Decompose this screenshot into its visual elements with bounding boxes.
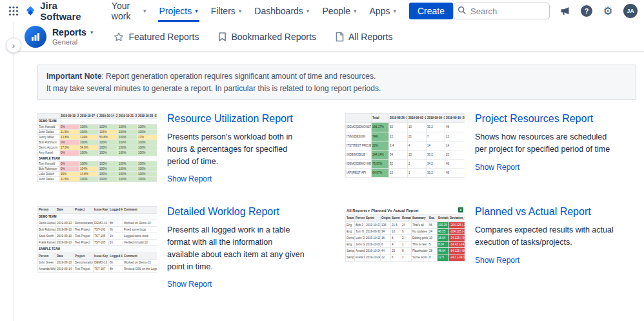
report-card-text: Project Resources Report Shows how resou… (475, 113, 614, 184)
report-thumbnail: PersonDateProjectIssue KeyLogged HoursCo… (37, 206, 157, 275)
sidebar-expand-button[interactable]: › (6, 37, 21, 53)
app-switcher-button[interactable] (5, 3, 22, 19)
tab-label: Bookmarked Reports (231, 32, 316, 42)
reports-menu-button[interactable]: Reports ▾ General (25, 26, 99, 48)
report-thumbnail-table: 2019-09-10 -2019-10-062019-10-07 -132019… (37, 113, 157, 182)
nav-label: Projects (159, 6, 192, 16)
chevron-down-icon: ▾ (307, 8, 310, 14)
report-thumbnail: All Reports ▸ Planned Vs Actual ReportXT… (345, 206, 465, 275)
search-input[interactable] (453, 3, 550, 19)
user-avatar[interactable]: JA (623, 4, 638, 18)
chevron-right-icon: › (12, 41, 15, 50)
question-mark-icon: ? (585, 7, 589, 15)
nav-label: Dashboards (254, 6, 303, 16)
report-thumbnail-table: TeamPersonSprintOriginalSpentRemainSumma… (345, 214, 465, 261)
tab-bookmarked-reports[interactable]: Bookmarked Reports (218, 32, 316, 42)
excel-export-icon: X (458, 207, 463, 212)
report-card-text: Resource Utilization Report Presents per… (167, 113, 306, 184)
global-search (453, 3, 550, 19)
report-description: Shows how resources are scheduled per pr… (475, 131, 614, 156)
report-card-detailed-worklog: PersonDateProjectIssue KeyLogged HoursCo… (37, 206, 328, 289)
show-report-link[interactable]: Show Report (167, 280, 212, 289)
report-description: Compares expected results with actual ex… (475, 224, 614, 249)
jira-home-link[interactable]: Jira Software (22, 0, 105, 22)
tab-label: All Reports (348, 32, 392, 42)
report-thumbnail-table: PersonDateProjectIssue KeyLogged HoursCo… (37, 206, 157, 273)
report-card-resource-utilization: 2019-09-10 -2019-10-062019-10-07 -132019… (37, 113, 328, 184)
tab-all-reports[interactable]: All Reports (336, 32, 392, 42)
page-column: Reports ▾ General Featured Reports (14, 22, 644, 321)
create-button[interactable]: Create (409, 3, 453, 19)
topbar-actions: ? ⚙ JA (453, 3, 638, 19)
report-cards-grid: 2019-09-10 -2019-10-062019-10-07 -132019… (37, 113, 636, 289)
report-thumbnail: 2019-09-10 -2019-10-062019-10-07 -132019… (37, 113, 157, 182)
report-thumbnail: Total2019-08-26 -2019-09-012019-09-02 -2… (345, 113, 465, 182)
app-name: Jira Software (40, 0, 99, 22)
nav-label: Filters (211, 6, 236, 16)
reports-app-avatar (25, 26, 46, 48)
tab-featured-reports[interactable]: Featured Reports (114, 32, 199, 42)
reports-header-bar: Reports ▾ General Featured Reports (14, 22, 644, 52)
reports-content: Important Note: Report generation operat… (14, 52, 644, 321)
nav-label: Your work (112, 1, 140, 21)
chevron-down-icon: ▾ (195, 8, 198, 14)
search-icon (458, 6, 467, 15)
star-icon (114, 32, 124, 42)
jira-logo-icon (25, 5, 36, 17)
report-card-planned-vs-actual: All Reports ▸ Planned Vs Actual ReportXT… (345, 206, 636, 289)
primary-nav: Your work ▾ Projects ▾ Filters ▾ Dashboa… (105, 0, 403, 22)
nav-item-people[interactable]: People ▾ (316, 0, 363, 22)
report-title-link[interactable]: Resource Utilization Report (167, 113, 306, 125)
chevron-down-icon: ▾ (90, 29, 94, 36)
avatar-initials: JA (627, 8, 634, 14)
show-report-link[interactable]: Show Report (167, 174, 212, 183)
nav-item-projects[interactable]: Projects ▾ (153, 0, 205, 22)
report-card-text: Planned vs Actual Report Compares expect… (475, 206, 614, 289)
important-note-banner: Important Note: Report generation operat… (37, 65, 636, 100)
chart-bars-icon (30, 32, 41, 42)
report-title-link[interactable]: Detailed Worklog Report (167, 206, 306, 218)
announcements-button[interactable] (557, 3, 574, 19)
report-title-link[interactable]: Planned vs Actual Report (475, 206, 614, 218)
nav-item-apps[interactable]: Apps ▾ (363, 0, 403, 22)
nav-label: Apps (370, 6, 390, 16)
main-wrapper: › Reports ▾ General (0, 22, 644, 321)
top-navigation-bar: Jira Software Your work ▾ Projects ▾ Fil… (0, 0, 644, 22)
reports-tabs: Featured Reports Bookmarked Reports All … (114, 32, 392, 42)
chevron-down-icon: ▾ (393, 8, 396, 14)
app-grid-icon (8, 6, 19, 16)
show-report-link[interactable]: Show Report (475, 256, 519, 265)
note-line-1: Important Note: Report generation operat… (46, 70, 627, 83)
page-title: Reports (52, 27, 86, 37)
show-report-link[interactable]: Show Report (475, 163, 519, 172)
report-thumbnail-table: Total2019-08-26 -2019-09-012019-09-02 -2… (345, 113, 465, 178)
page-subtitle: General (52, 38, 93, 46)
document-icon (336, 32, 344, 42)
chevron-down-icon: ▾ (239, 8, 242, 14)
thumbnail-title: All Reports ▸ Planned Vs Actual ReportX (345, 206, 465, 214)
sidebar-rail: › (0, 22, 14, 321)
note-line-2: It may take several minutes to generate … (46, 83, 627, 95)
bookmark-icon (218, 32, 226, 42)
tab-label: Featured Reports (128, 32, 199, 42)
nav-item-dashboards[interactable]: Dashboards ▾ (248, 0, 316, 22)
report-card-project-resources: Total2019-08-26 -2019-09-012019-09-02 -2… (345, 113, 636, 184)
gear-icon: ⚙ (603, 6, 612, 17)
report-description: Presents all logged work in a table form… (167, 224, 306, 273)
report-title-link[interactable]: Project Resources Report (475, 113, 614, 125)
note-title: Important Note (46, 72, 101, 81)
report-card-text: Detailed Worklog Report Presents all log… (167, 206, 306, 289)
reports-menu-titles: Reports ▾ General (52, 27, 93, 46)
chevron-down-icon: ▾ (143, 8, 146, 14)
report-description: Presents person's workload both in hours… (167, 131, 306, 167)
nav-item-your-work[interactable]: Your work ▾ (105, 0, 153, 22)
note-text-1: : Report generation operation requires s… (101, 72, 376, 81)
chevron-down-icon: ▾ (354, 8, 357, 14)
nav-item-filters[interactable]: Filters ▾ (205, 0, 248, 22)
nav-label: People (322, 6, 350, 16)
help-button[interactable]: ? (581, 5, 592, 17)
settings-button[interactable]: ⚙ (599, 3, 616, 19)
megaphone-icon (560, 6, 570, 16)
